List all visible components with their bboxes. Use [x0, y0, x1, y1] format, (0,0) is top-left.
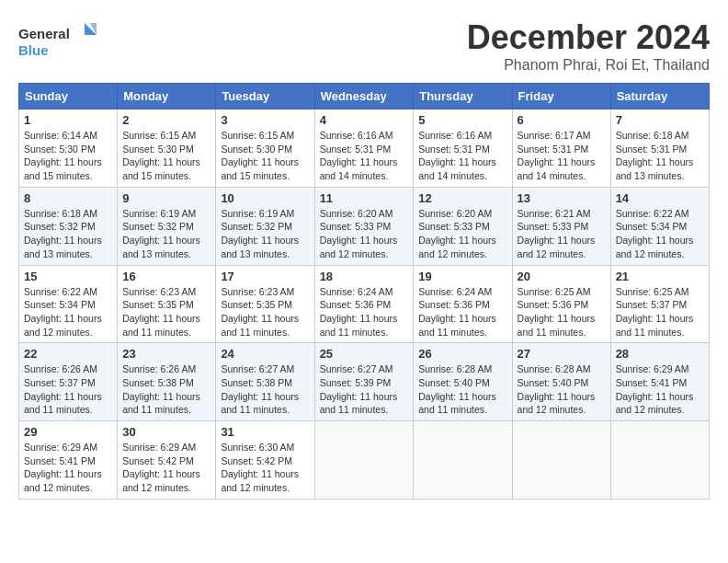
calendar-cell: 30Sunrise: 6:29 AMSunset: 5:42 PMDayligh… — [118, 421, 216, 500]
column-header-sunday: Sunday — [19, 84, 118, 109]
calendar-cell: 10Sunrise: 6:19 AMSunset: 5:32 PMDayligh… — [216, 187, 314, 265]
day-number: 8 — [24, 191, 112, 205]
day-number: 31 — [221, 425, 309, 439]
day-number: 6 — [518, 113, 606, 127]
calendar-cell: 27Sunrise: 6:28 AMSunset: 5:40 PMDayligh… — [512, 343, 610, 421]
logo: General Blue — [18, 18, 101, 64]
day-number: 27 — [518, 347, 606, 361]
calendar-cell: 15Sunrise: 6:22 AMSunset: 5:34 PMDayligh… — [19, 265, 118, 343]
month-title: December 2024 — [467, 18, 710, 57]
calendar-cell: 17Sunrise: 6:23 AMSunset: 5:35 PMDayligh… — [216, 265, 314, 343]
svg-text:General: General — [18, 26, 70, 41]
day-info: Sunrise: 6:21 AMSunset: 5:33 PMDaylight:… — [518, 207, 606, 261]
day-number: 3 — [221, 113, 309, 127]
day-info: Sunrise: 6:16 AMSunset: 5:31 PMDaylight:… — [418, 129, 506, 183]
day-info: Sunrise: 6:29 AMSunset: 5:42 PMDaylight:… — [122, 441, 210, 495]
calendar-cell: 12Sunrise: 6:20 AMSunset: 5:33 PMDayligh… — [414, 187, 512, 265]
logo-svg: General Blue — [18, 18, 101, 64]
calendar-cell: 4Sunrise: 6:16 AMSunset: 5:31 PMDaylight… — [314, 109, 414, 188]
svg-text:Blue: Blue — [18, 42, 49, 58]
page-header: General Blue December 2024 Phanom Phrai,… — [18, 18, 710, 74]
day-info: Sunrise: 6:24 AMSunset: 5:36 PMDaylight:… — [320, 285, 409, 339]
day-info: Sunrise: 6:26 AMSunset: 5:37 PMDaylight:… — [24, 362, 112, 417]
day-number: 2 — [122, 113, 210, 127]
calendar-week-row: 22Sunrise: 6:26 AMSunset: 5:37 PMDayligh… — [19, 343, 710, 421]
day-number: 4 — [320, 113, 409, 127]
calendar-cell: 28Sunrise: 6:29 AMSunset: 5:41 PMDayligh… — [610, 343, 709, 421]
day-info: Sunrise: 6:14 AMSunset: 5:30 PMDaylight:… — [24, 129, 112, 183]
day-number: 13 — [518, 191, 606, 205]
day-info: Sunrise: 6:23 AMSunset: 5:35 PMDaylight:… — [221, 285, 309, 339]
day-info: Sunrise: 6:25 AMSunset: 5:36 PMDaylight:… — [518, 285, 606, 339]
calendar-cell: 18Sunrise: 6:24 AMSunset: 5:36 PMDayligh… — [314, 265, 414, 343]
day-info: Sunrise: 6:22 AMSunset: 5:34 PMDaylight:… — [24, 285, 112, 339]
day-info: Sunrise: 6:27 AMSunset: 5:38 PMDaylight:… — [221, 362, 309, 417]
column-header-thursday: Thursday — [414, 84, 512, 109]
day-number: 16 — [122, 270, 210, 283]
calendar-week-row: 29Sunrise: 6:29 AMSunset: 5:41 PMDayligh… — [19, 421, 710, 500]
column-header-tuesday: Tuesday — [216, 84, 314, 109]
calendar-cell: 3Sunrise: 6:15 AMSunset: 5:30 PMDaylight… — [216, 109, 314, 188]
calendar-cell: 14Sunrise: 6:22 AMSunset: 5:34 PMDayligh… — [610, 187, 709, 265]
day-number: 1 — [24, 113, 112, 127]
day-number: 18 — [320, 270, 409, 283]
day-number: 7 — [616, 113, 704, 127]
calendar-cell: 2Sunrise: 6:15 AMSunset: 5:30 PMDaylight… — [118, 109, 216, 188]
calendar-cell: 29Sunrise: 6:29 AMSunset: 5:41 PMDayligh… — [19, 421, 118, 500]
day-info: Sunrise: 6:18 AMSunset: 5:31 PMDaylight:… — [616, 129, 704, 183]
calendar-cell: 7Sunrise: 6:18 AMSunset: 5:31 PMDaylight… — [610, 109, 709, 188]
title-block: December 2024 Phanom Phrai, Roi Et, Thai… — [467, 18, 710, 74]
day-number: 17 — [221, 270, 309, 283]
day-info: Sunrise: 6:23 AMSunset: 5:35 PMDaylight:… — [122, 285, 210, 339]
day-info: Sunrise: 6:22 AMSunset: 5:34 PMDaylight:… — [616, 207, 704, 261]
day-info: Sunrise: 6:24 AMSunset: 5:36 PMDaylight:… — [418, 285, 506, 339]
day-number: 5 — [418, 113, 506, 127]
day-info: Sunrise: 6:18 AMSunset: 5:32 PMDaylight:… — [24, 207, 112, 261]
calendar-cell: 26Sunrise: 6:28 AMSunset: 5:40 PMDayligh… — [414, 343, 512, 421]
calendar-cell: 16Sunrise: 6:23 AMSunset: 5:35 PMDayligh… — [118, 265, 216, 343]
day-info: Sunrise: 6:15 AMSunset: 5:30 PMDaylight:… — [221, 129, 309, 183]
calendar-cell: 22Sunrise: 6:26 AMSunset: 5:37 PMDayligh… — [19, 343, 118, 421]
day-number: 14 — [616, 191, 704, 205]
calendar-cell: 23Sunrise: 6:26 AMSunset: 5:38 PMDayligh… — [118, 343, 216, 421]
calendar-cell: 8Sunrise: 6:18 AMSunset: 5:32 PMDaylight… — [19, 187, 118, 265]
day-info: Sunrise: 6:16 AMSunset: 5:31 PMDaylight:… — [320, 129, 409, 183]
calendar-cell: 19Sunrise: 6:24 AMSunset: 5:36 PMDayligh… — [414, 265, 512, 343]
calendar-cell: 21Sunrise: 6:25 AMSunset: 5:37 PMDayligh… — [610, 265, 709, 343]
day-info: Sunrise: 6:19 AMSunset: 5:32 PMDaylight:… — [122, 207, 210, 261]
day-info: Sunrise: 6:15 AMSunset: 5:30 PMDaylight:… — [122, 129, 210, 183]
day-number: 20 — [518, 270, 606, 283]
day-number: 22 — [24, 347, 112, 361]
day-number: 11 — [320, 191, 409, 205]
calendar-cell — [314, 421, 414, 500]
day-info: Sunrise: 6:20 AMSunset: 5:33 PMDaylight:… — [320, 207, 409, 261]
day-number: 29 — [24, 425, 112, 439]
calendar-week-row: 1Sunrise: 6:14 AMSunset: 5:30 PMDaylight… — [19, 109, 710, 188]
day-info: Sunrise: 6:30 AMSunset: 5:42 PMDaylight:… — [221, 441, 309, 495]
day-info: Sunrise: 6:27 AMSunset: 5:39 PMDaylight:… — [320, 362, 409, 417]
day-info: Sunrise: 6:19 AMSunset: 5:32 PMDaylight:… — [221, 207, 309, 261]
day-number: 25 — [320, 347, 409, 361]
column-header-saturday: Saturday — [610, 84, 709, 109]
day-number: 12 — [418, 191, 506, 205]
day-number: 10 — [221, 191, 309, 205]
column-header-wednesday: Wednesday — [314, 84, 414, 109]
day-number: 24 — [221, 347, 309, 361]
calendar-cell: 6Sunrise: 6:17 AMSunset: 5:31 PMDaylight… — [512, 109, 610, 188]
calendar-week-row: 8Sunrise: 6:18 AMSunset: 5:32 PMDaylight… — [19, 187, 710, 265]
day-info: Sunrise: 6:28 AMSunset: 5:40 PMDaylight:… — [518, 362, 606, 417]
day-number: 15 — [24, 270, 112, 283]
calendar-header-row: SundayMondayTuesdayWednesdayThursdayFrid… — [19, 84, 710, 109]
day-number: 21 — [616, 270, 704, 283]
day-number: 23 — [122, 347, 210, 361]
calendar-week-row: 15Sunrise: 6:22 AMSunset: 5:34 PMDayligh… — [19, 265, 710, 343]
day-number: 28 — [616, 347, 704, 361]
day-number: 9 — [122, 191, 210, 205]
day-info: Sunrise: 6:28 AMSunset: 5:40 PMDaylight:… — [418, 362, 506, 417]
calendar-cell: 24Sunrise: 6:27 AMSunset: 5:38 PMDayligh… — [216, 343, 314, 421]
day-info: Sunrise: 6:25 AMSunset: 5:37 PMDaylight:… — [616, 285, 704, 339]
calendar-cell: 9Sunrise: 6:19 AMSunset: 5:32 PMDaylight… — [118, 187, 216, 265]
day-info: Sunrise: 6:17 AMSunset: 5:31 PMDaylight:… — [518, 129, 606, 183]
day-info: Sunrise: 6:20 AMSunset: 5:33 PMDaylight:… — [418, 207, 506, 261]
column-header-monday: Monday — [118, 84, 216, 109]
